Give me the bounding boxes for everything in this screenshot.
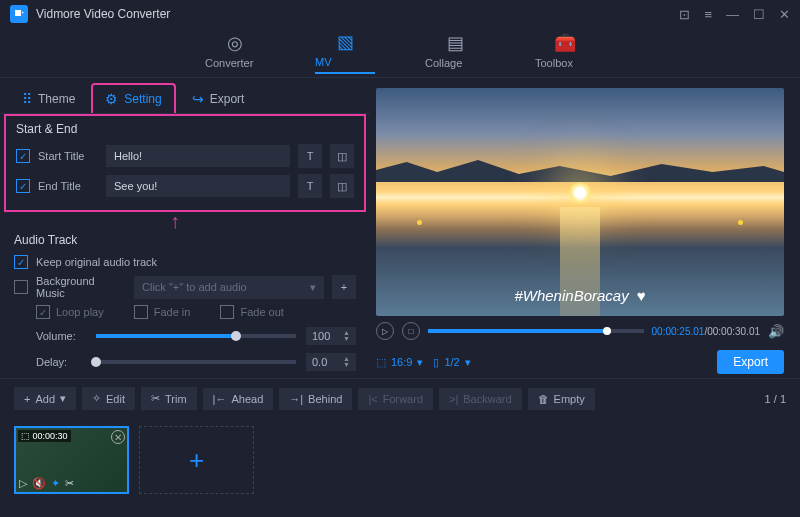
aspect-ratio-select[interactable]: ⬚16:9▾ (376, 356, 423, 369)
trim-icon[interactable]: ✂ (65, 477, 74, 490)
delay-slider[interactable] (96, 360, 296, 364)
audio-title: Audio Track (14, 233, 356, 247)
end-title-input[interactable] (106, 175, 290, 197)
keep-audio-label: Keep original audio track (36, 256, 157, 268)
heart-icon: ♥ (637, 287, 646, 304)
trash-icon: 🗑 (538, 393, 549, 405)
maximize-icon[interactable]: ☐ (753, 7, 765, 22)
end-title-checkbox[interactable] (16, 179, 30, 193)
behind-icon: →| (289, 393, 303, 405)
titlebar: Vidmore Video Converter ⊡ ≡ — ☐ ✕ (0, 0, 800, 28)
loop-checkbox[interactable] (36, 305, 50, 319)
annotation-arrow: ↑ (170, 210, 370, 233)
preview-panel: #WheninBoracay♥ ▷ □ 00:00:25.01/00:00:30… (370, 78, 800, 378)
volume-spinner[interactable]: 100▲▼ (306, 327, 356, 345)
backward-button[interactable]: >|Backward (439, 388, 522, 410)
player-controls: ▷ □ 00:00:25.01/00:00:30.01 🔊 (376, 316, 784, 346)
nav-collage[interactable]: ▤ Collage (425, 32, 485, 73)
start-end-section: Start & End Start Title T ◫ End Title T … (4, 114, 366, 212)
feedback-icon[interactable]: ⊡ (679, 7, 690, 22)
split-icon: ▯ (433, 356, 439, 369)
collage-icon: ▤ (447, 32, 464, 54)
split-select[interactable]: ▯1/2▾ (433, 356, 470, 369)
delay-spinner[interactable]: 0.0▲▼ (306, 353, 356, 371)
bg-music-select[interactable]: Click "+" to add audio▾ (134, 276, 324, 299)
fadeout-checkbox[interactable] (220, 305, 234, 319)
menu-icon[interactable]: ≡ (704, 7, 712, 22)
chevron-down-icon: ▾ (417, 356, 423, 369)
clip-thumbnail[interactable]: ⬚ 00:00:30 ✕ ▷ 🔇 ✦ ✂ (14, 426, 129, 494)
volume-icon[interactable]: 🔊 (768, 324, 784, 339)
theme-icon: ⠿ (22, 91, 32, 107)
mv-icon: ▧ (337, 31, 354, 53)
export-button[interactable]: Export (717, 350, 784, 374)
backward-icon: >| (449, 393, 458, 405)
start-end-title: Start & End (16, 122, 354, 136)
gear-icon: ⚙ (105, 91, 118, 107)
empty-button[interactable]: 🗑Empty (528, 388, 595, 410)
stop-button[interactable]: □ (402, 322, 420, 340)
effect-icon[interactable]: ✦ (51, 477, 60, 490)
start-title-input[interactable] (106, 145, 290, 167)
aspect-icon: ⬚ (376, 356, 386, 369)
ahead-icon: |← (213, 393, 227, 405)
start-title-checkbox[interactable] (16, 149, 30, 163)
nav-toolbox[interactable]: 🧰 Toolbox (535, 32, 595, 73)
video-preview: #WheninBoracay♥ (376, 88, 784, 316)
app-logo (10, 5, 28, 23)
ahead-button[interactable]: |←Ahead (203, 388, 274, 410)
volume-slider[interactable] (96, 334, 296, 338)
volume-label: Volume: (36, 330, 86, 342)
wand-icon: ✧ (92, 392, 101, 405)
start-title-font-button[interactable]: T (298, 144, 322, 168)
top-nav: ◎ Converter ▧ MV ▤ Collage 🧰 Toolbox (0, 28, 800, 78)
forward-icon: |< (368, 393, 377, 405)
clip-duration: ⬚ 00:00:30 (18, 430, 71, 442)
nav-converter[interactable]: ◎ Converter (205, 32, 265, 73)
minimize-icon[interactable]: — (726, 7, 739, 22)
page-indicator: 1 / 1 (765, 393, 786, 405)
plus-icon: + (24, 393, 30, 405)
tab-theme[interactable]: ⠿Theme (10, 85, 87, 113)
audio-section: Audio Track Keep original audio track Ba… (0, 233, 370, 387)
chevron-down-icon: ▾ (465, 356, 471, 369)
chevron-down-icon: ▾ (310, 281, 316, 294)
end-title-color-button[interactable]: ◫ (330, 174, 354, 198)
start-title-color-button[interactable]: ◫ (330, 144, 354, 168)
export-icon: ↪ (192, 91, 204, 107)
settings-panel: ⠿Theme ⚙Setting ↪Export Start & End Star… (0, 78, 370, 378)
add-audio-button[interactable]: + (332, 275, 356, 299)
converter-icon: ◎ (227, 32, 243, 54)
progress-bar[interactable] (428, 329, 644, 333)
chevron-down-icon: ▾ (60, 392, 66, 405)
time-display: 00:00:25.01/00:00:30.01 (652, 326, 760, 337)
bg-music-checkbox[interactable] (14, 280, 28, 294)
start-title-label: Start Title (38, 150, 98, 162)
fadein-checkbox[interactable] (134, 305, 148, 319)
scissors-icon: ✂ (151, 392, 160, 405)
app-title: Vidmore Video Converter (36, 7, 170, 21)
end-title-font-button[interactable]: T (298, 174, 322, 198)
bg-music-label: Background Music (36, 275, 126, 299)
behind-button[interactable]: →|Behind (279, 388, 352, 410)
edit-button[interactable]: ✧Edit (82, 387, 135, 410)
nav-mv[interactable]: ▧ MV (315, 31, 375, 74)
play-button[interactable]: ▷ (376, 322, 394, 340)
remove-clip-button[interactable]: ✕ (111, 430, 125, 444)
thumbnail-strip: ⬚ 00:00:30 ✕ ▷ 🔇 ✦ ✂ + (0, 418, 800, 502)
tab-export[interactable]: ↪Export (180, 85, 257, 113)
add-clip-button[interactable]: + (139, 426, 254, 494)
overlay-text: #WheninBoracay♥ (514, 287, 645, 304)
play-icon[interactable]: ▷ (19, 477, 27, 490)
keep-audio-checkbox[interactable] (14, 255, 28, 269)
trim-button[interactable]: ✂Trim (141, 387, 197, 410)
delay-label: Delay: (36, 356, 86, 368)
close-icon[interactable]: ✕ (779, 7, 790, 22)
tab-setting[interactable]: ⚙Setting (91, 83, 175, 113)
toolbox-icon: 🧰 (554, 32, 576, 54)
end-title-label: End Title (38, 180, 98, 192)
add-button[interactable]: +Add▾ (14, 387, 76, 410)
mute-icon[interactable]: 🔇 (32, 477, 46, 490)
forward-button[interactable]: |<Forward (358, 388, 433, 410)
